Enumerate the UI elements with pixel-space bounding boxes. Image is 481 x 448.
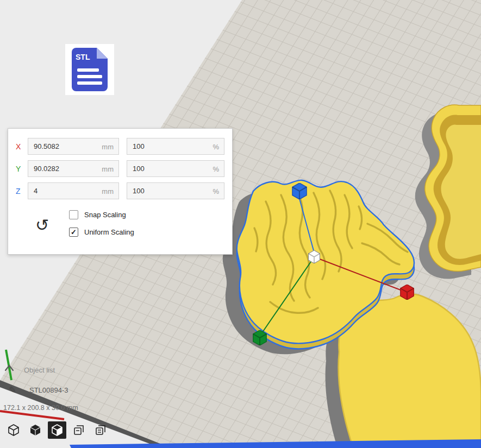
- scale-handle-x[interactable]: [401, 285, 414, 300]
- chevron-up-icon[interactable]: [3, 363, 15, 374]
- stl-label: STL: [76, 53, 90, 61]
- sheets-icon: [94, 424, 107, 437]
- scale-options: Snap Scaling ✓ Uniform Scaling: [69, 210, 134, 245]
- object-list-header[interactable]: Object list: [24, 366, 55, 374]
- y-percent-field: %: [127, 160, 224, 177]
- x-percent-field: %: [127, 138, 224, 155]
- model-dimensions-text: 172.1 x 200.8 x 30.0 mm: [3, 404, 78, 412]
- z-percent-input[interactable]: [127, 183, 224, 199]
- model-top-right[interactable]: [425, 105, 481, 271]
- scale-handle-z[interactable]: [292, 183, 307, 199]
- scale-row-z: Z mm %: [16, 182, 232, 199]
- stl-file-badge[interactable]: STL: [65, 44, 114, 95]
- cube-shaded-icon: [51, 424, 64, 437]
- scale-tool-panel: X mm % Y mm % Z mm % ↺: [8, 128, 233, 255]
- uniform-scaling-checkbox-row[interactable]: ✓ Uniform Scaling: [69, 228, 134, 237]
- axis-y-label: Y: [16, 165, 28, 173]
- cube-outline-icon: [7, 424, 20, 437]
- uniform-scaling-label: Uniform Scaling: [84, 228, 134, 236]
- scale-row-y: Y mm %: [16, 160, 232, 177]
- x-size-input[interactable]: [28, 138, 118, 154]
- y-percent-input[interactable]: [127, 161, 224, 176]
- snap-scaling-label: Snap Scaling: [84, 211, 126, 219]
- sheets-button[interactable]: [91, 421, 110, 439]
- scale-handle-y[interactable]: [253, 330, 266, 345]
- axis-z-label: Z: [16, 187, 28, 195]
- z-size-input[interactable]: [28, 183, 118, 199]
- y-size-input[interactable]: [28, 161, 118, 176]
- scale-handle-center[interactable]: [309, 250, 320, 263]
- scale-row-x: X mm %: [16, 138, 232, 155]
- view-cube-solid-button[interactable]: [26, 421, 45, 439]
- x-percent-input[interactable]: [127, 138, 224, 154]
- reset-scale-icon[interactable]: ↺: [35, 216, 49, 235]
- cube-solid-icon: [29, 424, 42, 437]
- snap-scaling-checkbox-row[interactable]: Snap Scaling: [69, 210, 134, 219]
- z-size-field: mm: [28, 182, 119, 199]
- object-list-item[interactable]: STL00894-3: [29, 386, 68, 394]
- x-size-field: mm: [28, 138, 119, 155]
- sheet-button[interactable]: [70, 421, 88, 439]
- uniform-scaling-checkbox[interactable]: ✓: [69, 228, 78, 237]
- axis-x-label: X: [16, 142, 28, 151]
- sheet-icon: [72, 424, 85, 437]
- snap-scaling-checkbox[interactable]: [69, 210, 78, 219]
- view-cube-shaded-button[interactable]: [48, 421, 66, 439]
- view-toolbar: [4, 421, 110, 439]
- stl-file-icon: STL: [72, 48, 108, 91]
- view-cube-outline-button[interactable]: [4, 421, 23, 439]
- y-size-field: mm: [28, 160, 119, 177]
- edit-pencil-icon[interactable]: ✎: [9, 384, 16, 396]
- z-percent-field: %: [127, 182, 224, 199]
